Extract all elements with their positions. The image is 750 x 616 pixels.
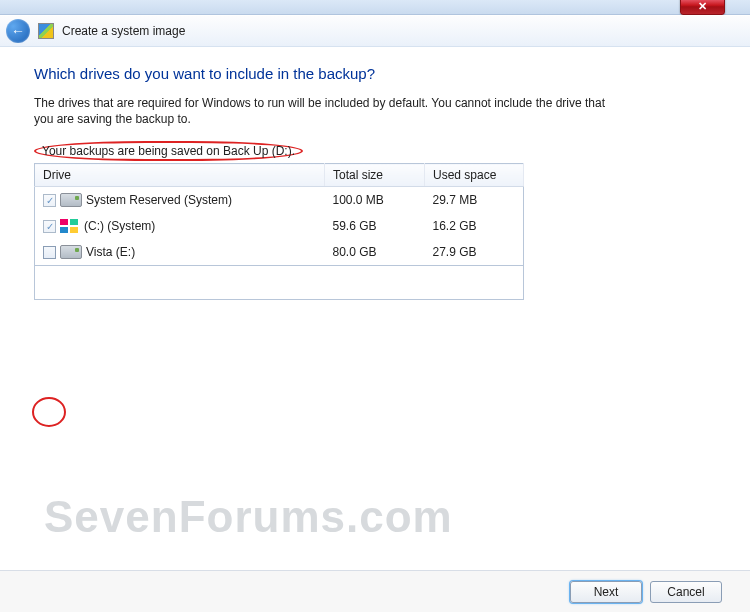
drive-name: System Reserved (System) — [86, 193, 232, 207]
hard-drive-icon — [60, 245, 82, 259]
cancel-button[interactable]: Cancel — [650, 581, 722, 603]
drive-name: Vista (E:) — [86, 245, 135, 259]
drives-table-wrap: Drive Total size Used space ✓System Rese… — [34, 163, 524, 300]
col-total[interactable]: Total size — [325, 164, 425, 187]
drive-name: (C:) (System) — [84, 219, 155, 233]
drive-total: 80.0 GB — [325, 239, 425, 266]
content-area: Which drives do you want to include in t… — [34, 55, 716, 556]
next-button[interactable]: Next — [570, 581, 642, 603]
table-row: ✓Vista (E:)80.0 GB27.9 GB — [35, 239, 524, 266]
drive-total: 59.6 GB — [325, 213, 425, 239]
back-button[interactable]: ← — [6, 19, 30, 43]
drive-used: 16.2 GB — [425, 213, 524, 239]
drive-used: 27.9 GB — [425, 239, 524, 266]
table-row: ✓(C:) (System)59.6 GB16.2 GB — [35, 213, 524, 239]
save-location-note: Your backups are being saved on Back Up … — [34, 141, 716, 161]
col-used[interactable]: Used space — [425, 164, 524, 187]
app-icon — [38, 23, 54, 39]
page-description: The drives that are required for Windows… — [34, 96, 614, 127]
annotation-oval: Your backups are being saved on Back Up … — [34, 141, 303, 161]
drive-checkbox: ✓ — [43, 194, 56, 207]
watermark-text: SevenForums.com — [44, 492, 453, 542]
page-heading: Which drives do you want to include in t… — [34, 65, 716, 82]
drives-table: Drive Total size Used space ✓System Rese… — [34, 163, 524, 266]
col-drive[interactable]: Drive — [35, 164, 325, 187]
titlebar: ✕ — [0, 0, 750, 15]
back-arrow-icon: ← — [11, 23, 25, 39]
table-row: ✓System Reserved (System)100.0 MB29.7 MB — [35, 187, 524, 214]
annotation-circle — [32, 397, 66, 427]
drive-total: 100.0 MB — [325, 187, 425, 214]
nav-bar: ← Create a system image — [0, 15, 750, 47]
close-button[interactable]: ✕ — [680, 0, 725, 15]
table-empty-area — [34, 266, 524, 300]
window-title: Create a system image — [62, 24, 185, 38]
drive-checkbox[interactable]: ✓ — [43, 246, 56, 259]
close-icon: ✕ — [698, 0, 707, 13]
hard-drive-icon — [60, 193, 82, 207]
drive-used: 29.7 MB — [425, 187, 524, 214]
drive-checkbox: ✓ — [43, 220, 56, 233]
windows-drive-icon — [60, 219, 78, 233]
footer-bar: Next Cancel — [0, 570, 750, 612]
